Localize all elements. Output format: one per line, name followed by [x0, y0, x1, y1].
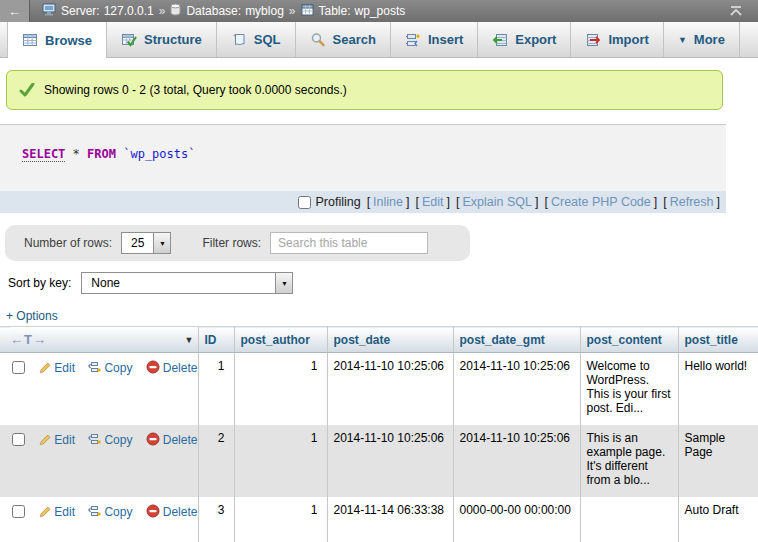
delete-icon [146, 504, 160, 521]
table-row: Edit Copy Delete 3 1 2014-11-14 06:33:38… [0, 497, 758, 542]
copy-icon [88, 505, 101, 521]
delete-link[interactable]: Delete [163, 433, 198, 447]
cell-post-date-gmt: 2014-11-10 10:25:06 [453, 353, 580, 425]
edit-pencil-icon [38, 505, 51, 521]
breadcrumb-separator: » [289, 4, 296, 18]
refresh-link[interactable]: Refresh [670, 195, 714, 209]
column-header-post-content[interactable]: post_content [580, 327, 678, 353]
column-header-post-date-gmt[interactable]: post_date_gmt [453, 327, 580, 353]
database-icon [170, 3, 181, 19]
tab-label: SQL [254, 32, 281, 47]
column-header-id[interactable]: ID [198, 327, 234, 353]
row-checkbox[interactable] [12, 505, 25, 518]
tab-label: Structure [144, 32, 202, 47]
bracket: [ [456, 195, 459, 209]
column-header-post-title[interactable]: post_title [678, 327, 758, 353]
column-header-post-author[interactable]: post_author [234, 327, 327, 353]
rows-control-bar: Number of rows: 25 ▼ Filter rows: [5, 225, 470, 261]
sql-star: * [73, 147, 80, 161]
sort-options-icon[interactable]: ▼ [185, 335, 194, 345]
cell-post-date: 2014-11-14 06:33:38 [327, 497, 453, 542]
back-arrow-icon: ← [8, 4, 21, 19]
delete-icon [146, 360, 160, 377]
delete-icon [146, 432, 160, 449]
sort-by-key-select[interactable]: None ▼ [81, 272, 293, 294]
number-of-rows-label: Number of rows: [24, 236, 112, 250]
breadcrumb: Server: 127.0.0.1 » Database: myblog » T… [40, 3, 405, 19]
select-arrow-icon: ▼ [275, 273, 292, 293]
tab-more[interactable]: ▼ More [664, 22, 740, 57]
create-php-code-link[interactable]: Create PHP Code [551, 195, 651, 209]
copy-link[interactable]: Copy [104, 505, 132, 519]
tab-import[interactable]: Import [571, 22, 663, 57]
copy-link[interactable]: Copy [104, 433, 132, 447]
bracket: [ [663, 195, 666, 209]
column-header-post-date[interactable]: post_date [327, 327, 453, 353]
edit-link[interactable]: Edit [54, 361, 75, 375]
chevron-down-icon: ▼ [678, 35, 687, 45]
copy-icon [88, 361, 101, 377]
back-button[interactable]: ← [0, 0, 30, 22]
breadcrumb-server-link[interactable]: Server: 127.0.0.1 [61, 4, 154, 18]
cell-post-date-gmt: 0000-00-00 00:00:00 [453, 497, 580, 542]
copy-icon [88, 433, 101, 449]
bracket: ] [406, 195, 409, 209]
inline-link[interactable]: Inline [373, 195, 403, 209]
tab-label: Browse [45, 33, 92, 48]
sort-by-key-label: Sort by key: [8, 276, 71, 290]
cell-post-date: 2014-11-10 10:25:06 [327, 353, 453, 425]
edit-query-link[interactable]: Edit [422, 195, 444, 209]
tab-export[interactable]: Export [478, 22, 571, 57]
breadcrumb-database-link[interactable]: Database: myblog [186, 4, 283, 18]
table-header-row: ←T→ ▼ ID post_author post_date post_date… [0, 327, 758, 353]
edit-pencil-icon [38, 433, 51, 449]
options-toggle-link[interactable]: + Options [6, 309, 58, 323]
success-check-icon [19, 83, 35, 97]
export-icon [492, 32, 508, 48]
cell-post-date-gmt: 2014-11-10 10:25:06 [453, 425, 580, 497]
bracket: ] [447, 195, 450, 209]
profiling-checkbox[interactable] [298, 196, 311, 209]
tab-label: Export [515, 32, 556, 47]
cell-post-author: 1 [234, 497, 327, 542]
edit-link[interactable]: Edit [54, 505, 75, 519]
sql-keyword-from: FROM [87, 147, 116, 161]
filter-rows-input[interactable] [270, 232, 428, 254]
bracket: [ [415, 195, 418, 209]
profiling-label: Profiling [315, 195, 360, 209]
bracket: [ [367, 195, 370, 209]
tab-label: Search [333, 32, 376, 47]
filter-rows-label: Filter rows: [202, 236, 261, 250]
cell-post-author: 1 [234, 353, 327, 425]
row-checkbox[interactable] [12, 361, 25, 374]
query-box: SELECT * FROM `wp_posts` Profiling [ Inl… [0, 124, 726, 213]
search-icon [310, 32, 326, 48]
tab-bar: Browse Structure SQL Search Insert Expor… [0, 22, 758, 58]
tab-search[interactable]: Search [296, 22, 391, 57]
column-reorder-icon[interactable]: ←T→ [10, 332, 47, 347]
breadcrumb-table-link[interactable]: Table: wp_posts [319, 4, 406, 18]
cell-post-title: Hello world! [678, 353, 758, 425]
cell-post-title: Auto Draft [678, 497, 758, 542]
edit-link[interactable]: Edit [54, 433, 75, 447]
cell-post-date: 2014-11-10 10:25:06 [327, 425, 453, 497]
delete-link[interactable]: Delete [163, 505, 198, 519]
sql-table-identifier: `wp_posts` [123, 147, 195, 161]
delete-link[interactable]: Delete [163, 361, 198, 375]
tab-structure[interactable]: Structure [107, 22, 217, 57]
success-message: Showing rows 0 - 2 (3 total, Query took … [6, 70, 723, 110]
copy-link[interactable]: Copy [104, 361, 132, 375]
number-of-rows-select[interactable]: 25 ▼ [121, 232, 171, 254]
select-arrow-icon: ▼ [153, 233, 170, 253]
tab-label: Import [608, 32, 648, 47]
tab-insert[interactable]: Insert [391, 22, 478, 57]
tab-browse[interactable]: Browse [7, 22, 107, 58]
table-icon [301, 4, 314, 19]
breadcrumb-bar: ← Server: 127.0.0.1 » Database: myblog »… [0, 0, 758, 22]
table-row: Edit Copy Delete 2 1 2014-11-10 10:25:06… [0, 425, 758, 497]
row-checkbox[interactable] [12, 433, 25, 446]
cell-post-content [580, 497, 678, 542]
collapse-panel-icon[interactable] [728, 5, 744, 17]
explain-sql-link[interactable]: Explain SQL [462, 195, 531, 209]
tab-sql[interactable]: SQL [217, 22, 296, 57]
